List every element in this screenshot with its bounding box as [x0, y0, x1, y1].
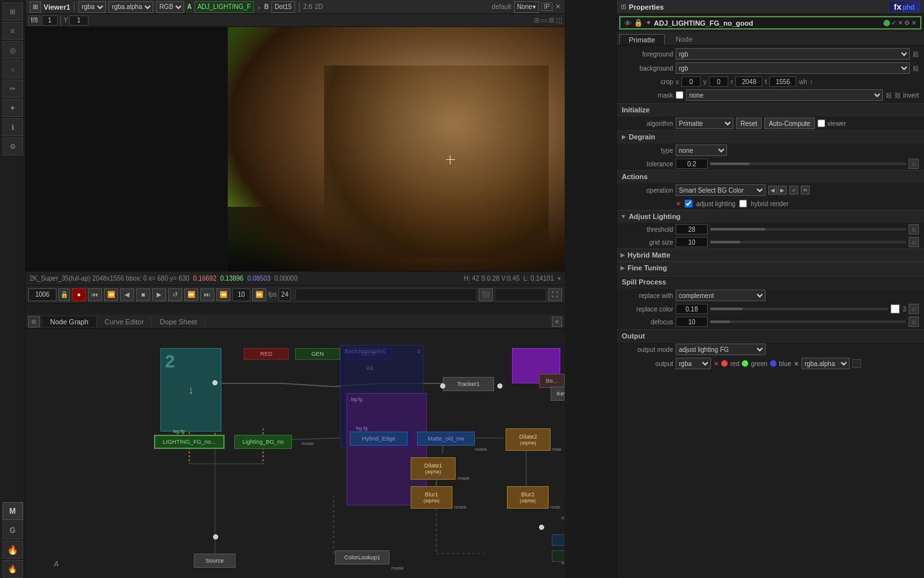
frame-field-input[interactable]: [69, 15, 89, 26]
replace-color-animate[interactable]: ◇: [909, 304, 919, 314]
crop-y-input[interactable]: [709, 76, 728, 87]
node-check-icon[interactable]: ✓: [891, 19, 896, 26]
node-matte-old[interactable]: Matte_old_me: [417, 432, 475, 446]
fg-select[interactable]: rgb: [676, 48, 910, 60]
replace-color-slider[interactable]: [710, 308, 888, 310]
node-be[interactable]: Be...: [539, 374, 565, 388]
tolerance-animate-btn[interactable]: ◇: [909, 159, 919, 169]
frame-step-input[interactable]: 10: [232, 288, 250, 301]
reset-btn[interactable]: Reset: [736, 118, 762, 129]
node-blur2[interactable]: Blur2 (alpha): [507, 486, 549, 509]
bg-select[interactable]: rgb: [676, 62, 910, 74]
node-dot-source[interactable]: [213, 534, 218, 539]
sidebar-icon-g[interactable]: G: [3, 521, 23, 539]
channels-select[interactable]: RGB: [156, 1, 184, 13]
tab-primatte[interactable]: Primatte: [619, 34, 665, 45]
crop-t-input[interactable]: [769, 76, 796, 87]
next-frame-btn[interactable]: ⏩: [184, 288, 198, 301]
sidebar-icon-8[interactable]: ⚙: [3, 137, 23, 155]
adjust-lighting-cb[interactable]: [685, 200, 692, 207]
play-loop-btn[interactable]: ↺: [168, 288, 182, 301]
crop-x-input[interactable]: [681, 76, 701, 87]
input-a-node[interactable]: ADJ_LIGHTING_F: [194, 1, 254, 13]
skip-start-btn[interactable]: ⏮: [88, 288, 102, 301]
node-lighting-bg[interactable]: Lighting_BG_no: [234, 435, 292, 449]
output-mode-select[interactable]: adjust lighting FG: [676, 344, 766, 355]
node-settings-icon[interactable]: ⚙: [904, 19, 910, 26]
node-close-btn[interactable]: ✕: [552, 317, 562, 327]
input-b-node[interactable]: Dot15: [271, 1, 295, 13]
mask-select[interactable]: none: [686, 89, 883, 101]
frame-num-input[interactable]: [42, 15, 58, 26]
threshold-slider[interactable]: [710, 228, 906, 231]
node-dot-4[interactable]: mask: [302, 441, 314, 446]
tab-node-graph[interactable]: Node Graph: [42, 317, 97, 327]
defocus-input[interactable]: [676, 317, 708, 327]
node-2-backdrop[interactable]: 2 ↓: [160, 348, 221, 432]
mask-checkbox[interactable]: [676, 91, 683, 99]
node-hybrid-edge[interactable]: Hybrid_Edge: [350, 432, 407, 446]
bg-chain-icon[interactable]: ⛓: [912, 65, 919, 72]
tab-curve-editor[interactable]: Curve Editor: [97, 317, 152, 327]
node-source[interactable]: Source: [194, 554, 235, 568]
node-lighting-fg[interactable]: LIGHTING_FG_no...: [154, 435, 225, 449]
tolerance-input[interactable]: [676, 159, 708, 169]
node-extra-2[interactable]: [552, 550, 565, 562]
tab-expand-btn[interactable]: ⊞: [28, 316, 40, 328]
tolerance-slider[interactable]: [710, 162, 906, 165]
replace-with-select[interactable]: complement: [676, 290, 766, 301]
sidebar-icon-1[interactable]: ⊞: [3, 3, 23, 21]
node-dot-1[interactable]: [212, 380, 218, 385]
output-rgba-select[interactable]: rgba: [676, 358, 711, 369]
record-btn[interactable]: ●: [72, 288, 86, 301]
algorithm-select[interactable]: Primatte: [676, 118, 733, 129]
node-red-1[interactable]: RED: [244, 348, 289, 360]
node-x-icon[interactable]: ✕: [898, 19, 903, 26]
sidebar-icon-7[interactable]: ℹ: [3, 118, 23, 136]
expand-viewer-btn[interactable]: ⛶: [548, 288, 562, 301]
minus-btn[interactable]: -: [257, 3, 262, 11]
node-close-icon[interactable]: ✕: [911, 19, 916, 26]
frame-step-fwd[interactable]: ⏩: [252, 288, 266, 301]
grid-size-slider[interactable]: [710, 241, 906, 243]
threshold-input[interactable]: [676, 224, 708, 234]
stop-btn[interactable]: ■: [136, 288, 150, 301]
node-dot-2[interactable]: [440, 383, 445, 389]
color-space-select[interactable]: rgba: [78, 1, 106, 13]
output-alpha-select[interactable]: rgba.alpha: [801, 358, 850, 369]
defocus-animate[interactable]: ◇: [909, 317, 919, 327]
node-canvas[interactable]: 2 ↓ RED GEN BLUE BackdropNode6 4: [26, 329, 565, 578]
tab-node[interactable]: Node: [666, 33, 702, 45]
threshold-animate-btn[interactable]: ◇: [909, 224, 919, 234]
hybrid-matte-section[interactable]: ▶ Hybrid Matte: [617, 249, 924, 261]
grid-size-animate-btn[interactable]: ◇: [909, 237, 919, 247]
sidebar-icon-m[interactable]: M: [3, 502, 23, 520]
hybrid-render-cb[interactable]: [739, 200, 747, 207]
viewer-toggle-btn[interactable]: ⬛: [479, 288, 493, 301]
node-dot-3[interactable]: [497, 383, 502, 389]
frame-in-display[interactable]: 1006: [28, 288, 56, 301]
sidebar-icon-2[interactable]: ≡: [3, 22, 23, 40]
sidebar-icon-9[interactable]: 🔥: [3, 560, 23, 578]
prev-btn[interactable]: ◀: [120, 288, 134, 301]
fg-chain-icon[interactable]: ⛓: [912, 51, 919, 58]
prev-op-btn[interactable]: ◀: [768, 186, 777, 195]
autocompute-btn[interactable]: Auto-Compute: [764, 118, 814, 129]
skip-end-btn[interactable]: ⏭: [200, 288, 214, 301]
node-blur1[interactable]: Blur1 (alpha): [411, 486, 452, 509]
sidebar-icon-3[interactable]: ◎: [3, 41, 23, 59]
color-picker-icon[interactable]: [891, 304, 900, 313]
node-eye-icon[interactable]: 👁: [624, 19, 631, 27]
node-tracker1[interactable]: Tracker1: [443, 377, 494, 391]
node-dilate1[interactable]: Dilate1 (alpha): [411, 457, 456, 480]
viewer-checkbox[interactable]: [817, 119, 825, 127]
fine-tuning-section[interactable]: ▶ Fine Tuning: [617, 261, 924, 274]
play-btn[interactable]: ▶: [152, 288, 166, 301]
prev-frame-btn[interactable]: ⏪: [104, 288, 118, 301]
node-star-icon[interactable]: ✦: [646, 19, 651, 27]
sidebar-icon-6[interactable]: ✦: [3, 99, 23, 117]
node-dilate2[interactable]: Dilate2 (alpha): [506, 428, 551, 451]
adjust-lighting-section[interactable]: ▼ Adjust Lighting: [617, 210, 924, 223]
node-colorlookup1[interactable]: ColorLookup1: [335, 550, 389, 565]
node-key[interactable]: Key: [551, 387, 565, 401]
